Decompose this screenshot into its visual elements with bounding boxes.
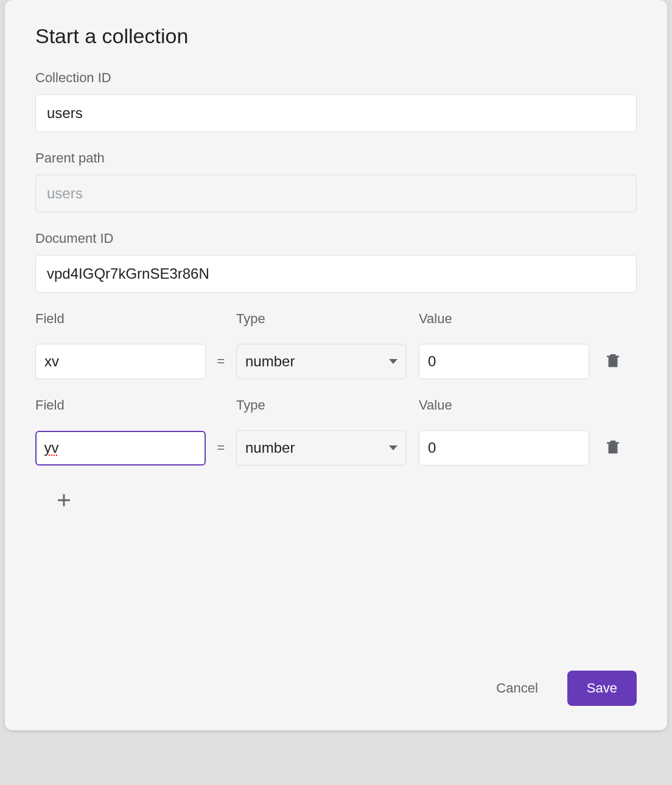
start-collection-dialog: Start a collection Collection ID Parent … [5, 0, 667, 730]
dialog-title: Start a collection [35, 24, 637, 48]
field-headers: Field Type Value [35, 311, 637, 335]
field-header: Field [35, 397, 206, 413]
field-header: Field [35, 311, 206, 327]
parent-path-group: Parent path [35, 150, 637, 212]
cancel-button[interactable]: Cancel [489, 674, 545, 702]
save-button[interactable]: Save [567, 671, 637, 706]
field-inputs: = number [35, 430, 637, 466]
collection-id-group: Collection ID [35, 70, 637, 132]
parent-path-label: Parent path [35, 150, 637, 166]
equals-sign: = [206, 354, 236, 369]
field-row: Field Type Value = number [35, 397, 637, 466]
collection-id-input[interactable] [35, 94, 637, 132]
chevron-down-icon [389, 359, 397, 364]
field-type-select[interactable]: number [236, 430, 407, 466]
type-selected-label: number [245, 439, 295, 456]
chevron-down-icon [389, 445, 397, 450]
field-row: Field Type Value = number [35, 311, 637, 379]
field-value-input[interactable] [419, 430, 589, 466]
field-inputs: = number [35, 344, 637, 379]
parent-path-input [35, 175, 637, 212]
trash-icon[interactable] [604, 438, 622, 458]
equals-sign: = [206, 440, 236, 456]
document-id-group: Document ID [35, 231, 637, 293]
dialog-footer: Cancel Save [489, 671, 637, 706]
field-type-select[interactable]: number [236, 344, 407, 379]
add-field-row [54, 490, 637, 513]
type-header: Type [236, 311, 407, 327]
value-header: Value [419, 397, 589, 413]
type-selected-label: number [245, 353, 295, 370]
document-id-input[interactable] [35, 255, 637, 293]
field-name-input[interactable] [35, 344, 206, 379]
type-header: Type [236, 397, 407, 413]
collection-id-label: Collection ID [35, 70, 637, 86]
field-name-input[interactable] [35, 431, 206, 466]
trash-icon[interactable] [604, 351, 622, 372]
field-value-input[interactable] [419, 344, 589, 379]
document-id-label: Document ID [35, 231, 637, 246]
value-header: Value [419, 311, 589, 327]
field-headers: Field Type Value [35, 397, 637, 422]
plus-icon[interactable] [54, 502, 74, 512]
